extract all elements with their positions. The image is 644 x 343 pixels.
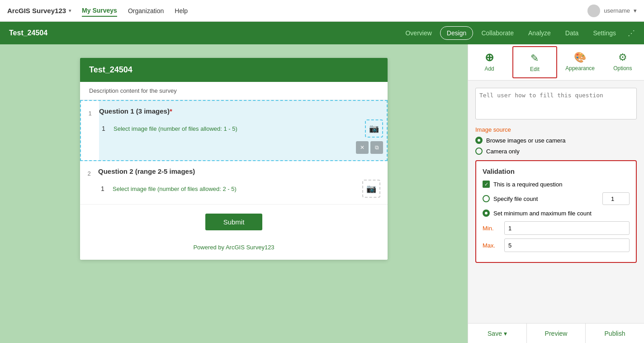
specify-file-count-radio[interactable] bbox=[483, 195, 490, 202]
file-count-spinner[interactable] bbox=[602, 192, 630, 205]
radio-browse[interactable]: Browse images or use camera bbox=[475, 137, 637, 144]
nav-right: username ▾ bbox=[587, 5, 637, 17]
app-title: ArcGIS Survey123 ▾ bbox=[7, 7, 71, 14]
toolbar-appearance[interactable]: 🎨 Appearance bbox=[559, 44, 601, 80]
image-input-row-1: 1 Select image file (number of files all… bbox=[99, 119, 383, 138]
appearance-icon: 🎨 bbox=[574, 52, 586, 63]
radio-camera[interactable]: Camera only bbox=[475, 148, 637, 155]
toolbar-options[interactable]: ⚙ Options bbox=[601, 44, 644, 80]
nav-help[interactable]: Help bbox=[175, 5, 188, 16]
survey-header: Test_24504 Overview Design Collaborate A… bbox=[0, 22, 644, 44]
question-row-2[interactable]: 2 Question 2 (range 2-5 images) 1 Select… bbox=[80, 161, 388, 205]
panel-body: Image source Browse images or use camera… bbox=[468, 81, 644, 323]
toolbar-edit-label: Edit bbox=[530, 66, 540, 72]
nav-design[interactable]: Design bbox=[440, 26, 474, 40]
add-icon: ⊕ bbox=[485, 51, 494, 64]
question-number-2: 2 bbox=[80, 161, 98, 204]
publish-label: Publish bbox=[605, 330, 625, 337]
survey-canvas: Test_24504 Description content for the s… bbox=[0, 44, 468, 343]
toolbar-appearance-label: Appearance bbox=[565, 65, 595, 71]
image-input-row-2: 1 Select image file (number of files all… bbox=[98, 180, 380, 198]
delete-question-1[interactable]: ✕ bbox=[356, 141, 369, 154]
form-header: Test_24504 bbox=[80, 58, 388, 82]
radio-camera-dot[interactable] bbox=[475, 148, 483, 155]
user-name: username bbox=[604, 7, 630, 14]
min-max-label: Set minimum and maximum file count bbox=[493, 210, 592, 217]
app-title-text: ArcGIS Survey123 bbox=[7, 7, 66, 14]
form-description: Description content for the survey bbox=[80, 82, 388, 100]
question-title-1: Question 1 (3 images)* bbox=[99, 107, 383, 115]
image-placeholder-2: Select image file (number of files allow… bbox=[113, 186, 357, 192]
save-label: Save bbox=[488, 330, 502, 337]
specify-file-count-label: Specify file count bbox=[493, 195, 538, 202]
hint-textarea[interactable] bbox=[475, 88, 637, 119]
min-row: Min. bbox=[483, 221, 630, 235]
toolbar-add-label: Add bbox=[484, 66, 494, 72]
app-title-dropdown[interactable]: ▾ bbox=[69, 8, 71, 13]
options-icon: ⚙ bbox=[618, 52, 627, 63]
save-button[interactable]: Save ▾ bbox=[468, 324, 527, 343]
question-content-2: Question 2 (range 2-5 images) 1 Select i… bbox=[98, 161, 388, 204]
camera-icon-box-1[interactable]: 📷 bbox=[365, 119, 383, 138]
camera-icon-1: 📷 bbox=[369, 124, 379, 133]
min-label: Min. bbox=[483, 225, 501, 232]
panel-bottom: Save ▾ Preview Publish bbox=[468, 323, 644, 343]
main-layout: Test_24504 Description content for the s… bbox=[0, 44, 644, 343]
toolbar-add[interactable]: ⊕ Add bbox=[468, 44, 511, 80]
nav-organization[interactable]: Organization bbox=[128, 5, 164, 16]
min-max-row[interactable]: Set minimum and maximum file count bbox=[483, 210, 630, 217]
radio-browse-dot[interactable] bbox=[475, 137, 483, 144]
submit-button[interactable]: Submit bbox=[205, 214, 263, 230]
camera-icon-2: 📷 bbox=[366, 184, 376, 194]
right-panel: ⊕ Add ✎ Edit 🎨 Appearance ⚙ Options Imag… bbox=[468, 44, 644, 343]
survey-nav: Overview Design Collaborate Analyze Data… bbox=[399, 26, 635, 40]
question-title-2: Question 2 (range 2-5 images) bbox=[98, 167, 380, 175]
avatar bbox=[587, 5, 600, 17]
copy-question-1[interactable]: ⧉ bbox=[370, 141, 383, 154]
camera-icon-box-2[interactable]: 📷 bbox=[362, 180, 380, 198]
nav-data[interactable]: Data bbox=[559, 27, 585, 39]
nav-collaborate[interactable]: Collaborate bbox=[475, 27, 520, 39]
required-checkbox[interactable]: ✓ bbox=[483, 181, 490, 188]
question-content-1: Question 1 (3 images)* 1 Select image fi… bbox=[99, 101, 387, 160]
required-checkbox-row[interactable]: ✓ This is a required question bbox=[483, 181, 630, 188]
toolbar-edit[interactable]: ✎ Edit bbox=[512, 46, 557, 78]
max-input[interactable] bbox=[504, 238, 630, 252]
question-number-1: 1 bbox=[81, 101, 99, 160]
preview-label: Preview bbox=[545, 330, 568, 337]
save-dropdown-arrow[interactable]: ▾ bbox=[504, 330, 507, 337]
preview-button[interactable]: Preview bbox=[527, 324, 586, 343]
image-placeholder-1: Select image file (number of files allow… bbox=[114, 125, 360, 132]
max-label: Max. bbox=[483, 242, 501, 249]
nav-my-surveys[interactable]: My Surveys bbox=[82, 5, 117, 17]
user-dropdown-arrow[interactable]: ▾ bbox=[634, 7, 637, 14]
survey-header-title: Test_24504 bbox=[9, 29, 399, 37]
radio-camera-label: Camera only bbox=[486, 148, 520, 155]
nav-overview[interactable]: Overview bbox=[399, 27, 438, 39]
max-row: Max. bbox=[483, 238, 630, 252]
specify-file-count-row[interactable]: Specify file count bbox=[483, 192, 630, 205]
min-input[interactable] bbox=[504, 221, 630, 235]
required-label: This is a required question bbox=[493, 181, 562, 188]
survey-form: Test_24504 Description content for the s… bbox=[80, 58, 388, 260]
validation-box: Validation ✓ This is a required question… bbox=[475, 160, 637, 263]
nav-analyze[interactable]: Analyze bbox=[522, 27, 557, 39]
edit-icon: ✎ bbox=[530, 52, 539, 64]
submit-row: Submit bbox=[80, 205, 388, 239]
powered-by: Powered by ArcGIS Survey123 bbox=[80, 239, 388, 260]
share-icon[interactable]: ⋰ bbox=[628, 29, 635, 38]
form-title: Test_24504 bbox=[89, 65, 133, 74]
nav-settings[interactable]: Settings bbox=[587, 27, 622, 39]
image-index-2: 1 bbox=[98, 185, 107, 192]
image-source-label: Image source bbox=[475, 126, 637, 133]
required-star-1: * bbox=[170, 107, 172, 115]
panel-toolbar: ⊕ Add ✎ Edit 🎨 Appearance ⚙ Options bbox=[468, 44, 644, 81]
top-nav: ArcGIS Survey123 ▾ My Surveys Organizati… bbox=[0, 0, 644, 22]
publish-button[interactable]: Publish bbox=[586, 324, 644, 343]
validation-title: Validation bbox=[483, 167, 630, 175]
question-actions-1: ✕ ⧉ bbox=[99, 141, 383, 154]
min-max-radio[interactable] bbox=[483, 210, 490, 217]
radio-browse-label: Browse images or use camera bbox=[486, 137, 566, 144]
question-row-1[interactable]: 1 Question 1 (3 images)* 1 Select image … bbox=[80, 100, 388, 161]
image-index-1: 1 bbox=[99, 125, 108, 132]
